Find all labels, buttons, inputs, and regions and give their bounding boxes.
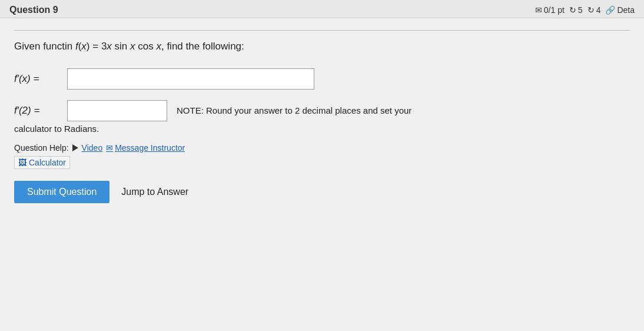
details-info: ↻ 4 <box>587 5 601 15</box>
jump-button[interactable]: Jump to Answer <box>119 181 191 203</box>
question-text: Given functin f(x) = 3x sin x cos x, fin… <box>14 39 630 54</box>
question-title: Question 9 <box>9 5 58 15</box>
retry-info: ↻ 5 <box>569 5 583 15</box>
submit-button[interactable]: Submit Question <box>14 181 109 203</box>
message-instructor-link[interactable]: ✉ Message Instructor <box>106 143 185 153</box>
calculator-label: Calculator <box>29 158 66 167</box>
details-value: 4 <box>596 5 601 15</box>
text-suffix: , find the following: <box>161 41 244 52</box>
derivative-at-row: f′(2) = NOTE: Round your answer to 2 dec… <box>14 100 630 121</box>
deta-info: 🔗 Deta <box>605 5 635 15</box>
text-prefix: Given functin <box>14 41 75 52</box>
question-help-row: Question Help: Video ✉ Message Instructo… <box>14 143 630 153</box>
score-icon: ✉ <box>535 5 542 15</box>
main-content: Given functin f(x) = 3x sin x cos x, fin… <box>0 18 644 331</box>
calculator-link[interactable]: 🖼 Calculator <box>14 156 70 169</box>
score-badge: ✉ 0/1 pt <box>535 5 565 15</box>
deta-label: Deta <box>617 5 635 15</box>
note-text: NOTE: Round your answer to 2 decimal pla… <box>177 105 411 115</box>
details-icon: ↻ <box>587 5 595 15</box>
calculator-row: 🖼 Calculator <box>14 156 630 169</box>
derivative-at-label: f′(2) = <box>14 105 61 117</box>
score-area: ✉ 0/1 pt ↻ 5 ↻ 4 🔗 Deta <box>535 5 635 15</box>
retry-icon: ↻ <box>569 5 576 15</box>
retry-value: 5 <box>578 5 583 15</box>
divider <box>14 30 630 31</box>
derivative-input[interactable] <box>67 68 314 90</box>
button-row: Submit Question Jump to Answer <box>14 181 630 203</box>
derivative-row: f′(x) = <box>14 68 630 90</box>
calculator-icon: 🖼 <box>18 158 26 167</box>
derivative-label: f′(x) = <box>14 73 61 85</box>
help-label: Question Help: <box>14 143 69 153</box>
link-icon: 🔗 <box>605 5 615 15</box>
video-link[interactable]: Video <box>72 143 103 153</box>
video-label: Video <box>82 143 103 153</box>
score-value: 0/1 pt <box>544 5 565 15</box>
radians-text: calculator to Radians. <box>14 124 630 134</box>
function-definition: f(x) = 3x sin x cos x <box>75 41 161 52</box>
message-icon: ✉ <box>106 143 113 153</box>
video-icon <box>72 144 78 151</box>
derivative-at-input[interactable] <box>67 100 167 121</box>
message-label: Message Instructor <box>115 143 185 153</box>
